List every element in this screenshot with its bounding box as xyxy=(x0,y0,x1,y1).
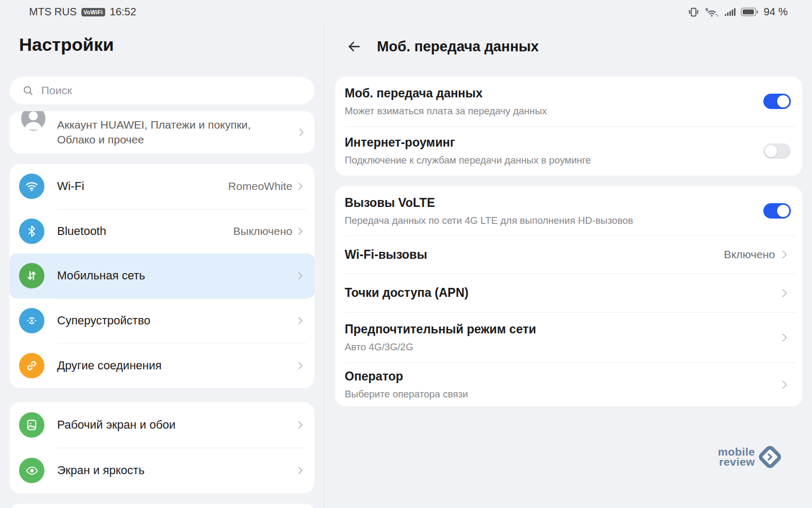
settings-sidebar: Настройки Аккаунт HUAWEI, Платежи и поку… xyxy=(0,24,324,508)
battery-icon xyxy=(741,7,759,16)
chevron-right-icon xyxy=(296,126,307,138)
arrow-left-icon xyxy=(346,39,362,55)
sidebar-item-label: Экран и яркость xyxy=(57,464,294,477)
chevron-right-icon xyxy=(294,180,306,192)
display-group: Рабочий экран и обои Экран и яркость xyxy=(10,402,315,493)
row-mobile-data[interactable]: Моб. передача данных Может взиматься пла… xyxy=(335,77,802,126)
sidebar-item-label: Bluetooth xyxy=(57,224,233,238)
watermark-line2: review xyxy=(718,457,755,467)
row-subtitle: Авто 4G/3G/2G xyxy=(345,341,768,353)
mobile-data-card: Моб. передача данных Может взиматься пла… xyxy=(335,77,802,176)
row-subtitle: Выберите оператора связи xyxy=(345,388,768,400)
row-title: Моб. передача данных xyxy=(345,86,753,101)
sidebar-item-label: Wi-Fi xyxy=(57,179,228,193)
super-device-icon xyxy=(19,308,44,333)
sidebar-item-bluetooth[interactable]: Bluetooth Выключено xyxy=(10,209,315,254)
row-title: Wi-Fi-вызовы xyxy=(345,248,713,262)
chevron-right-icon xyxy=(778,248,791,261)
next-group-card-partial xyxy=(10,504,315,508)
huawei-settings-screen: MTS RUS VoWiFi 16:52 6 xyxy=(0,0,812,508)
row-access-points-apn[interactable]: Точки доступа (APN) xyxy=(335,274,802,312)
data-roaming-toggle[interactable] xyxy=(763,143,791,159)
page-title: Моб. передача данных xyxy=(377,39,539,55)
search-icon xyxy=(22,85,34,96)
wifi6-icon: 6 xyxy=(704,6,719,19)
chevron-right-icon xyxy=(294,465,306,476)
battery-percent: 94 % xyxy=(763,6,788,18)
status-bar-right: 6 94 % xyxy=(687,6,788,19)
sidebar-item-huawei-account[interactable]: Аккаунт HUAWEI, Платежи и покупки, Облак… xyxy=(10,111,315,153)
vibrate-icon xyxy=(687,6,699,18)
chevron-right-icon xyxy=(294,225,306,237)
svg-text:6: 6 xyxy=(706,6,708,12)
wifi-network-value: RomeoWhite xyxy=(228,180,292,193)
calls-network-card: Вызовы VoLTE Передача данных по сети 4G … xyxy=(335,186,802,406)
toggle-knob xyxy=(777,205,789,217)
sidebar-item-super-device[interactable]: Суперустройство xyxy=(10,298,315,343)
search-bar[interactable] xyxy=(10,77,315,104)
row-carrier[interactable]: Оператор Выберите оператора связи xyxy=(335,362,802,406)
search-input[interactable] xyxy=(41,84,304,97)
connectivity-group: Wi-Fi RomeoWhite Bluetooth Выключено xyxy=(10,164,315,388)
back-button[interactable] xyxy=(346,38,363,55)
row-wifi-calling[interactable]: Wi-Fi-вызовы Включено xyxy=(335,235,802,274)
page-header: Моб. передача данных xyxy=(346,35,812,58)
account-label: Аккаунт HUAWEI, Платежи и покупки, Облак… xyxy=(57,117,279,147)
wifi-calling-state: Включено xyxy=(724,248,775,261)
mobile-data-toggle[interactable] xyxy=(763,94,791,109)
row-subtitle: Передача данных по сети 4G LTE для выпол… xyxy=(345,215,753,226)
row-subtitle: Подключение к службам передачи данных в … xyxy=(345,155,753,166)
sidebar-item-label: Другие соединения xyxy=(57,359,294,373)
sidebar-item-home-screen-wallpaper[interactable]: Рабочий экран и обои xyxy=(10,402,315,448)
chevron-right-icon xyxy=(294,360,306,371)
bluetooth-state-value: Выключено xyxy=(233,225,292,238)
eye-icon xyxy=(19,458,44,483)
row-title: Точки доступа (APN) xyxy=(345,286,768,300)
wifi-icon xyxy=(19,174,44,199)
mobile-review-watermark: mobile review xyxy=(718,447,779,467)
row-preferred-network-mode[interactable]: Предпочтительный режим сети Авто 4G/3G/2… xyxy=(335,312,802,362)
chevron-right-icon xyxy=(778,331,791,344)
row-title: Оператор xyxy=(345,369,768,384)
chevron-right-icon xyxy=(778,287,791,300)
sidebar-item-label: Рабочий экран и обои xyxy=(57,418,294,432)
wallpaper-icon xyxy=(19,412,44,438)
toggle-knob xyxy=(765,145,777,157)
settings-title: Настройки xyxy=(19,34,324,60)
clock: 16:52 xyxy=(110,6,136,18)
status-bar: MTS RUS VoWiFi 16:52 6 xyxy=(0,0,812,24)
row-title: Предпочтительный режим сети xyxy=(345,322,768,337)
row-data-roaming[interactable]: Интернет-роуминг Подключение к службам п… xyxy=(335,126,802,176)
chevron-right-icon xyxy=(294,270,306,282)
row-title: Интернет-роуминг xyxy=(345,135,753,150)
sidebar-item-label: Суперустройство xyxy=(57,314,294,328)
status-bar-left: MTS RUS VoWiFi 16:52 xyxy=(29,6,136,18)
chevron-right-icon xyxy=(294,419,306,431)
chevron-right-icon xyxy=(294,315,306,326)
vowifi-badge: VoWiFi xyxy=(81,8,105,16)
chevron-right-icon xyxy=(778,378,791,391)
row-title: Вызовы VoLTE xyxy=(345,196,753,210)
sidebar-item-wifi[interactable]: Wi-Fi RomeoWhite xyxy=(10,164,315,209)
signal-strength-icon xyxy=(724,7,736,16)
sidebar-item-other-connections[interactable]: Другие соединения xyxy=(10,343,315,388)
sidebar-item-label: Мобильная сеть xyxy=(57,269,294,283)
row-subtitle: Может взиматься плата за передачу данных xyxy=(345,105,753,117)
sidebar-item-display-brightness[interactable]: Экран и яркость xyxy=(10,448,315,493)
account-avatar-icon xyxy=(21,111,45,131)
row-volte-calls[interactable]: Вызовы VoLTE Передача данных по сети 4G … xyxy=(335,186,802,235)
mobile-review-logo-icon xyxy=(757,443,783,469)
bluetooth-icon xyxy=(19,219,44,244)
mobile-data-page: Моб. передача данных Моб. передача данны… xyxy=(325,24,812,508)
volte-toggle[interactable] xyxy=(763,203,791,219)
link-icon xyxy=(19,353,44,378)
toggle-knob xyxy=(777,95,789,107)
watermark-text: mobile review xyxy=(718,447,755,467)
sidebar-item-mobile-network[interactable]: Мобильная сеть xyxy=(10,253,315,298)
mobile-network-icon xyxy=(19,263,44,288)
carrier-label: MTS RUS xyxy=(29,6,77,18)
